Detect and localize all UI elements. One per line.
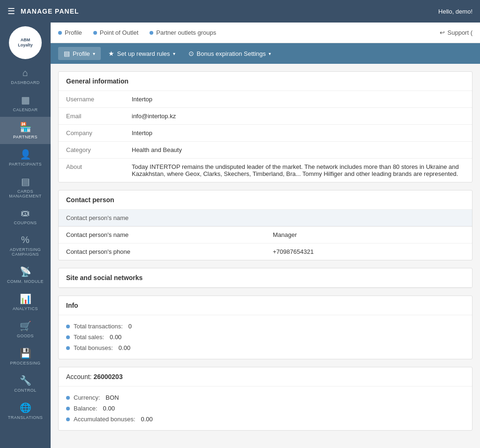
sidebar-label-goods: GOODS [17, 334, 34, 338]
sidebar-item-partners[interactable]: 🏪 PARTNERS [0, 117, 51, 144]
sidebar-item-coupons[interactable]: 🎟 COUPONS [0, 203, 51, 230]
sidebar-label-advertising: ADVERTISING CAMPAIGNS [2, 247, 49, 257]
bullet-bonuses [66, 346, 70, 350]
account-number: 26000203 [93, 373, 122, 380]
subnav-profile[interactable]: Profile [58, 29, 82, 36]
tab-bonus-icon: ⊙ [188, 50, 194, 57]
sidebar-item-participants[interactable]: 👤 PARTICIPANTS [0, 144, 51, 171]
general-section-title: General information [59, 72, 472, 91]
account-list: Currency: BON Balance: 0.00 Accumulated … [59, 387, 472, 430]
tab-bonus-chevron: ▾ [269, 51, 271, 56]
tab-bar: ▤ Profile ▾ ★ Set up reward rules ▾ ⊙ Bo… [51, 43, 480, 64]
email-value: info@intertop.kz [124, 108, 472, 124]
sidebar-item-translations[interactable]: 🌐 TRANSLATIONS [0, 397, 51, 425]
contact-name-label: Contact person's name [59, 227, 265, 243]
sidebar-label-partners: PARTNERS [13, 135, 38, 139]
sidebar-label-calendar: CALENDAR [13, 107, 38, 112]
tab-reward-label: Set up reward rules [117, 50, 170, 57]
accumulated-label: Accumulated bonuses: [74, 416, 135, 423]
content-area: Profile Point of Outlet Partner outlets … [51, 23, 480, 448]
contact-person-section: Contact person Contact person's name Con… [58, 190, 472, 260]
currency-label: Currency: [74, 394, 100, 401]
dashboard-icon: ⌂ [22, 68, 28, 78]
goods-icon: 🛒 [20, 320, 31, 332]
about-label: About [59, 159, 124, 182]
contact-table: Contact person's name Contact person's n… [59, 210, 472, 260]
tab-profile[interactable]: ▤ Profile ▾ [58, 47, 101, 60]
contact-phone-row: Contact person's phone +70987654321 [59, 243, 472, 260]
username-label: Username [59, 91, 124, 107]
sidebar: ABMLoyalty ⌂ DASHBOARD ▦ CALENDAR 🏪 PART… [0, 23, 51, 448]
total-sales-item: Total sales: 0.00 [66, 332, 465, 342]
subnav-label-profile: Profile [65, 29, 82, 36]
bonuses-value: 0.00 [119, 344, 130, 351]
currency-item: Currency: BON [66, 392, 465, 403]
comm-icon: 📡 [20, 266, 31, 277]
sidebar-item-goods[interactable]: 🛒 GOODS [0, 316, 51, 343]
support-link[interactable]: ↩ Support ( [440, 29, 472, 36]
sidebar-item-dashboard[interactable]: ⌂ DASHBOARD [0, 63, 51, 90]
sidebar-item-processing[interactable]: 💾 PROCESSING [0, 343, 51, 370]
calendar-icon: ▦ [21, 94, 30, 106]
tab-profile-label: Profile [73, 50, 90, 57]
email-label: Email [59, 108, 124, 124]
sidebar-item-cards[interactable]: ▤ CARDS MANAGEMENT [0, 171, 51, 203]
info-section: Info Total transactions: 0 Total sales: … [58, 296, 472, 359]
username-value: Intertop [124, 91, 472, 107]
sales-value: 0.00 [110, 334, 121, 341]
username-row: Username Intertop [59, 91, 472, 108]
subnav-dot-outlet [93, 31, 97, 35]
account-title: Account: 26000203 [59, 367, 472, 386]
subnav-dot-profile [58, 31, 62, 35]
translations-icon: 🌐 [20, 402, 31, 413]
sidebar-label-participants: PARTICIPANTS [9, 162, 42, 167]
sidebar-label-control: CONTROL [14, 388, 37, 393]
tab-bonus-expiration[interactable]: ⊙ Bonus expiration Settings ▾ [183, 47, 277, 60]
control-icon: 🔧 [20, 375, 31, 386]
general-info-table: Username Intertop Email info@intertop.kz… [59, 91, 472, 182]
general-information-section: General information Username Intertop Em… [58, 71, 472, 182]
about-value: Today INTERTOP remains the undisputed le… [124, 159, 472, 182]
bullet-currency [66, 396, 70, 400]
sidebar-label-analytics: ANALYTICS [13, 306, 38, 311]
info-section-title: Info [59, 296, 472, 315]
sidebar-item-analytics[interactable]: 📊 ANALYTICS [0, 289, 51, 316]
total-bonuses-item: Total bonuses: 0.00 [66, 342, 465, 353]
sidebar-item-comm[interactable]: 📡 COMM. MODULE [0, 261, 51, 289]
subnav-label-partner-groups: Partner outlets groups [156, 29, 216, 36]
advertising-icon: % [21, 235, 30, 245]
subnav-label-outlet: Point of Outlet [100, 29, 138, 36]
subnav-outlet[interactable]: Point of Outlet [93, 29, 138, 36]
sidebar-label-comm: COMM. MODULE [7, 279, 44, 284]
support-icon: ↩ [440, 29, 445, 36]
sales-label: Total sales: [74, 334, 104, 341]
bullet-balance [66, 407, 70, 410]
bonuses-label: Total bonuses: [74, 344, 113, 351]
accumulated-bonuses-item: Accumulated bonuses: 0.00 [66, 414, 465, 425]
tab-reward-chevron: ▾ [173, 51, 175, 56]
contact-header-name: Contact person's name [59, 210, 265, 226]
company-label: Company [59, 125, 124, 141]
category-label: Category [59, 142, 124, 158]
tab-reward-icon: ★ [108, 50, 114, 57]
logo-text: ABMLoyalty [18, 38, 33, 48]
contact-name-row: Contact person's name Manager [59, 227, 472, 243]
coupons-icon: 🎟 [21, 208, 30, 219]
currency-value: BON [105, 394, 119, 401]
subnav-partner-groups[interactable]: Partner outlets groups [150, 29, 216, 36]
processing-icon: 💾 [20, 348, 31, 359]
sidebar-item-advertising[interactable]: % ADVERTISING CAMPAIGNS [0, 230, 51, 261]
accumulated-value: 0.00 [141, 416, 153, 423]
subnav-dot-partner-groups [150, 31, 153, 35]
contact-name-value: Manager [265, 227, 472, 243]
account-section: Account: 26000203 Currency: BON Balanc [58, 367, 472, 431]
hamburger-menu[interactable]: ☰ [8, 6, 15, 16]
sidebar-item-calendar[interactable]: ▦ CALENDAR [0, 90, 51, 117]
balance-item: Balance: 0.00 [66, 403, 465, 414]
info-list: Total transactions: 0 Total sales: 0.00 … [59, 315, 472, 359]
tab-reward-rules[interactable]: ★ Set up reward rules ▾ [103, 47, 181, 60]
sidebar-label-coupons: COUPONS [14, 220, 37, 225]
sidebar-item-control[interactable]: 🔧 CONTROL [0, 370, 51, 397]
contact-header: Contact person's name [59, 210, 472, 227]
support-label: Support ( [448, 29, 472, 36]
